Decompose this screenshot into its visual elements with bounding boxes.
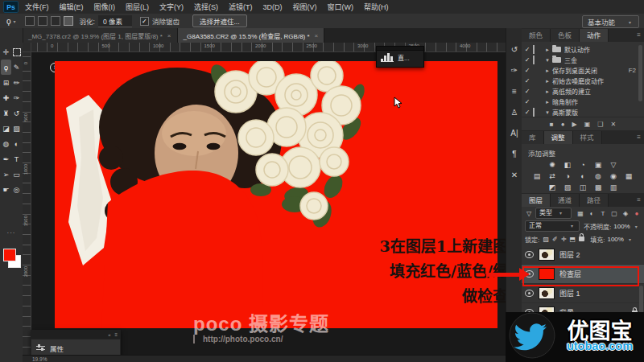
marquee-tool-icon[interactable] [11,44,22,60]
adjustment-icon[interactable]: ◑ [563,171,573,181]
tool-preset-caret-icon[interactable]: ▾ [14,19,16,24]
clone-stamp-tool-icon[interactable]: ♜ [1,105,11,121]
adjustment-icon[interactable]: ▦ [624,171,634,181]
character-styles-panel-icon[interactable]: ♙ [506,104,522,120]
adjustment-icon[interactable]: ▽ [609,160,619,170]
adjustment-icon[interactable]: ▩ [593,183,604,192]
action-row[interactable]: ✓▾三金 [522,55,644,65]
panel-menu-icon[interactable]: ≡ [637,31,641,39]
adjustment-icon[interactable]: ▤ [532,171,543,181]
action-row[interactable]: ✓▾高斯蒙版 [522,107,644,117]
menu-item[interactable]: 编辑(E) [60,2,84,12]
blend-mode-select[interactable]: 正常▾ [525,220,580,232]
eraser-tool-icon[interactable]: ◪ [1,121,11,136]
layer-row[interactable]: 检查层 [522,265,644,284]
menu-item[interactable]: 3D(D) [263,3,283,11]
tab-样式[interactable]: 样式 [573,131,602,144]
document-tab[interactable]: _MG_7378.cr2 @ 19.9% (图层 1, 图层蒙版/8) *× [23,28,178,43]
type-tool-icon[interactable]: T [11,151,22,167]
menu-item[interactable]: 选择(S) [194,2,218,12]
lock-option-icon[interactable]: ▨ [542,236,550,243]
tab-动作[interactable]: 动作 [580,29,609,42]
action-check-icon[interactable]: ✓ [522,88,533,95]
layer-filter-icon[interactable]: T [598,210,608,217]
visibility-eye-icon[interactable] [525,290,534,297]
panel-menu-icon[interactable]: ≡ [637,196,641,204]
document-tab[interactable]: _G8A3585.CR2 @ 15.5% (检查层, RGB/8) *× [178,28,325,43]
move-tool-icon[interactable]: ✛ [1,44,11,60]
layer-filter-icon[interactable]: ◈ [621,210,630,217]
layer-row[interactable]: 图层 2 [522,245,644,265]
crop-tool-icon[interactable]: ⊞ [1,75,11,90]
lock-option-icon[interactable]: ⬒ [568,236,576,243]
foreground-color-swatch[interactable] [3,249,16,261]
path-selection-tool-icon[interactable]: ➢ [1,167,11,182]
fill-caret-icon[interactable]: ▾ [629,237,631,242]
pen-tool-icon[interactable]: ✒ [1,151,11,167]
adjustment-icon[interactable]: ◫ [578,183,588,192]
eyedropper-tool-icon[interactable]: ✏ [11,75,22,90]
panel-menu-icon[interactable]: ≡ [114,332,118,337]
photoshop-logo[interactable]: Ps [3,1,19,13]
expand-arrow-icon[interactable]: ▸ [543,68,552,74]
expand-arrow-icon[interactable]: ▸ [543,47,552,53]
action-dialog-toggle[interactable] [533,109,543,116]
expand-arrow-icon[interactable]: ▸ [543,99,552,105]
menu-item[interactable]: 视图(V) [293,2,317,12]
action-row[interactable]: ✓▸初始去噪磨皮动作 [522,76,644,86]
zoom-level[interactable]: 19.9% [32,356,47,362]
adjustment-icon[interactable]: ◐ [578,171,588,181]
menu-item[interactable]: 文件(F) [25,2,49,12]
gradient-tool-icon[interactable]: ▨ [11,121,22,136]
expand-arrow-icon[interactable]: ▾ [543,109,552,116]
layer-thumbnail[interactable] [539,287,555,299]
action-check-icon[interactable]: ✓ [522,46,533,53]
adjustment-icon[interactable]: ◧ [563,160,573,170]
action-row[interactable]: ✓▸保存到桌面关闭F2 [522,65,644,76]
action-row[interactable]: ✓▸高低频的建立 [522,86,644,97]
opacity-value[interactable]: 100% [613,223,630,230]
stop-icon[interactable]: ■ [550,121,554,128]
clone-source-panel-icon[interactable]: ≡ [506,83,522,99]
adjustment-icon[interactable]: ◍ [593,171,604,181]
selection-subtract-icon[interactable] [51,16,60,26]
actions-scrollbar[interactable] [638,45,642,101]
expand-arrow-icon[interactable]: ▸ [543,88,552,95]
navigator-panel-icon[interactable]: ✕ [506,167,522,183]
workspace-selector[interactable]: 基本功能 ▾ [582,15,639,28]
menu-item[interactable]: 窗口(W) [328,2,354,12]
shape-tool-icon[interactable]: ▭ [11,167,22,182]
properties-floating-panel[interactable]: « ≡ 属性 [31,330,121,356]
lock-option-icon[interactable]: ✛ [559,236,568,243]
action-check-icon[interactable]: ✓ [522,98,533,105]
tab-库[interactable]: 库 [522,131,544,144]
selection-intersect-icon[interactable] [64,16,73,26]
adjustment-icon[interactable]: ✺ [547,160,558,170]
record-icon[interactable]: ● [561,121,565,128]
layer-kind-select[interactable]: 类型▾ [535,208,572,219]
collapse-panel-icon[interactable]: « [108,332,110,337]
layer-filter-icon[interactable]: ▢ [609,210,619,217]
menu-item[interactable]: 文字(Y) [159,2,184,12]
layer-filter-icon[interactable]: ◐ [587,210,597,217]
adjustment-icon[interactable]: ▣ [593,160,604,170]
fill-value[interactable]: 100% [607,236,623,243]
adjustment-icon[interactable]: ◉ [609,171,619,181]
selection-new-icon[interactable] [25,16,35,26]
zoom-tool-icon[interactable]: ◎ [11,182,22,197]
delete-icon[interactable]: ✕ [610,121,616,128]
select-and-mask-button[interactable]: 选择并遮住... [192,14,247,27]
lasso-tool-icon[interactable]: ϙ [1,60,11,75]
layer-thumbnail[interactable] [539,249,555,261]
action-row[interactable]: ✓▸暗角制作 [522,97,644,107]
action-check-icon[interactable]: ✓ [522,77,533,84]
layer-row[interactable]: 图层 1 [522,284,644,303]
folder-icon[interactable]: ▣ [584,121,591,128]
close-icon[interactable]: × [167,32,171,39]
adjustment-icon[interactable]: ▨ [563,183,573,192]
history-panel-icon[interactable]: ↺ [506,41,522,57]
action-dialog-toggle[interactable] [533,56,543,64]
panel-menu-icon[interactable]: ≡ [637,134,641,141]
brush-settings-panel-icon[interactable]: ✑ [506,62,522,78]
layer-filter-icon[interactable]: ▦ [576,210,585,217]
